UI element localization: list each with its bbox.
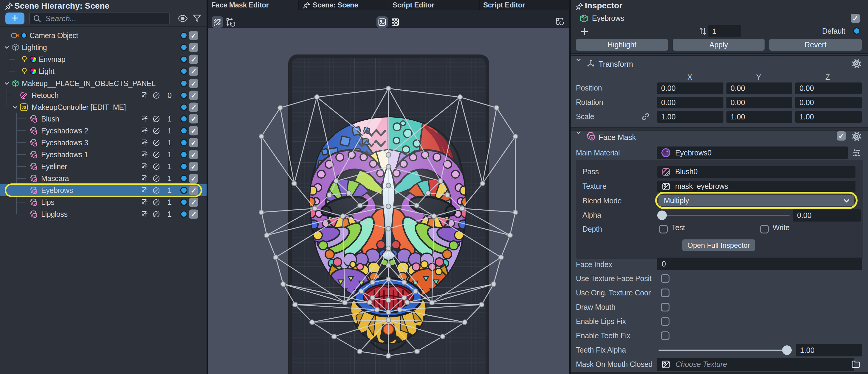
svg-text:JS: JS xyxy=(22,105,26,110)
